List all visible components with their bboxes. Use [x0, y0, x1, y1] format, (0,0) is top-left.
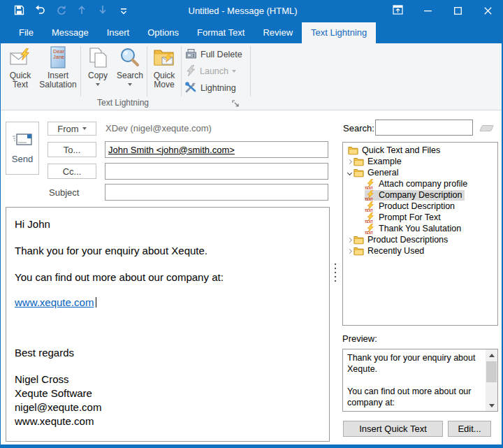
quick-text-icon — [9, 45, 31, 71]
tree-item-quick-text[interactable]: TEXT Attach company profile — [343, 178, 497, 189]
expand-chevron-icon[interactable] — [345, 250, 353, 253]
minimize-button[interactable] — [413, 0, 443, 22]
tree-item-quick-text[interactable]: TEXT Product Description — [343, 201, 497, 212]
window-border-bottom — [0, 445, 503, 448]
to-recipient[interactable]: John Smith <john@smith.com> — [108, 145, 235, 155]
subject-field[interactable] — [105, 184, 328, 201]
cc-button[interactable]: Cc... — [48, 164, 96, 179]
search-dropdown-arrow-icon — [128, 83, 132, 86]
expand-chevron-icon[interactable] — [345, 160, 353, 164]
insert-salutation-label-line2: Salutation — [39, 80, 76, 89]
window-controls — [383, 0, 503, 22]
tree-item-folder[interactable]: General — [343, 167, 497, 178]
quick-text-item-icon: TEXT — [365, 224, 375, 234]
window-border-left — [0, 22, 1, 445]
tree-item-root[interactable]: Quick Text and Files — [343, 145, 497, 156]
body-paragraph: You can find out more about our company … — [15, 270, 321, 284]
to-button[interactable]: To... — [48, 142, 96, 157]
message-body-editor[interactable]: Hi John Thank you for your enquiry about… — [6, 207, 330, 442]
tab-insert[interactable]: Insert — [98, 22, 139, 43]
tab-message[interactable]: Message — [43, 22, 98, 43]
preview-scrollbar[interactable] — [486, 349, 497, 411]
full-delete-button[interactable]: Full Delete — [182, 46, 249, 63]
folder-icon — [353, 235, 364, 245]
move-down-icon — [99, 5, 107, 17]
tree-item-quick-text-selected[interactable]: TEXT Company Description — [343, 189, 497, 201]
subject-label: Subject — [49, 187, 79, 198]
scroll-up-button[interactable] — [486, 349, 497, 361]
ribbon-tab-row: File Message Insert Options Format Text … — [0, 22, 503, 43]
tab-review[interactable]: Review — [254, 22, 302, 43]
tree-item-folder[interactable]: Recently Used — [343, 245, 497, 256]
tab-options[interactable]: Options — [138, 22, 188, 43]
from-account-value: XDev (nigel@xequte.com) — [105, 123, 212, 133]
move-down-button[interactable] — [94, 2, 112, 20]
search-icon — [119, 45, 141, 71]
signature-line: Nigel Cross — [15, 373, 321, 386]
move-up-button[interactable] — [73, 2, 91, 20]
copy-label: Copy — [88, 71, 108, 80]
tree-item-quick-text[interactable]: TEXT Thank You Salutation — [343, 223, 497, 234]
scroll-down-button[interactable] — [486, 400, 497, 411]
quick-text-tree[interactable]: Quick Text and Files Example General TEX… — [342, 142, 498, 326]
maximize-icon — [454, 5, 462, 17]
to-recipients-field[interactable]: John Smith <john@smith.com> — [105, 141, 328, 158]
send-label: Send — [12, 154, 33, 164]
copy-button[interactable]: Copy — [82, 45, 114, 96]
insert-salutation-button[interactable]: Dear Jane Insert Salutation — [36, 45, 80, 96]
launch-button[interactable]: Launch — [182, 63, 249, 80]
save-button[interactable] — [10, 2, 28, 20]
ribbon-display-options-button[interactable] — [383, 0, 413, 22]
customize-quick-access-toolbar-button[interactable] — [115, 2, 133, 20]
undo-button[interactable] — [31, 2, 49, 20]
collapse-chevron-icon[interactable] — [345, 171, 353, 175]
cc-recipients-field[interactable] — [105, 163, 328, 180]
body-link-line: www.xequte.com — [15, 296, 321, 309]
quick-text-item-icon: TEXT — [365, 179, 375, 189]
insert-quick-text-button[interactable]: Insert Quick Text — [343, 421, 443, 437]
clear-search-button[interactable] — [477, 122, 495, 134]
tab-file[interactable]: File — [10, 22, 43, 43]
quick-text-button[interactable]: Quick Text — [4, 45, 36, 96]
preview-line: Xequte. — [347, 363, 481, 375]
expand-chevron-icon[interactable] — [345, 238, 353, 242]
move-up-icon — [78, 5, 86, 17]
dialog-launcher-button[interactable] — [232, 99, 240, 107]
ribbon: Quick Text Dear Jane Insert Salutation — [0, 43, 503, 110]
close-button[interactable] — [473, 0, 503, 22]
main-area: Send From XDev (nigel@xequte.com) To... … — [0, 110, 503, 445]
edit-button[interactable]: Edit... — [448, 421, 491, 437]
tree-item-label: Product Description — [377, 201, 457, 212]
tab-format-text[interactable]: Format Text — [188, 22, 254, 43]
panel-search-input[interactable] — [375, 120, 473, 136]
pane-splitter-handle[interactable] — [334, 263, 337, 284]
lightning-label: Lightning — [201, 83, 236, 93]
undo-icon — [34, 5, 45, 17]
tab-text-lightning[interactable]: Text Lightning — [302, 22, 376, 43]
folder-icon — [348, 145, 358, 155]
tree-item-quick-text[interactable]: TEXT Prompt For Text — [343, 212, 497, 223]
launch-label: Launch — [200, 66, 228, 76]
maximize-button[interactable] — [443, 0, 473, 22]
quick-move-icon — [153, 45, 175, 71]
tree-item-folder[interactable]: Example — [343, 156, 497, 167]
scrollbar-thumb[interactable] — [486, 361, 497, 382]
text-cursor — [96, 297, 96, 308]
quick-move-button[interactable]: Quick Move — [148, 45, 180, 96]
copy-dropdown-arrow-icon — [96, 83, 100, 86]
full-delete-label: Full Delete — [201, 50, 242, 59]
lightning-button[interactable]: Lightning — [182, 80, 249, 96]
tree-item-folder[interactable]: Product Descriptions — [343, 234, 497, 245]
preview-line: You can find out more about our — [347, 386, 481, 397]
body-greeting: Hi John — [15, 217, 321, 231]
ribbon-display-options-icon — [393, 5, 403, 17]
from-button[interactable]: From — [48, 122, 96, 136]
tree-item-label: Thank You Salutation — [377, 224, 463, 234]
signature-line: Xequte Software — [15, 386, 321, 400]
dialog-launcher-icon — [232, 100, 240, 108]
body-hyperlink[interactable]: www.xequte.com — [15, 296, 94, 308]
ribbon-search-button[interactable]: Search — [114, 45, 146, 96]
send-button[interactable]: Send — [6, 122, 39, 175]
redo-button[interactable] — [52, 2, 70, 20]
body-closing: Best regards — [15, 346, 321, 359]
